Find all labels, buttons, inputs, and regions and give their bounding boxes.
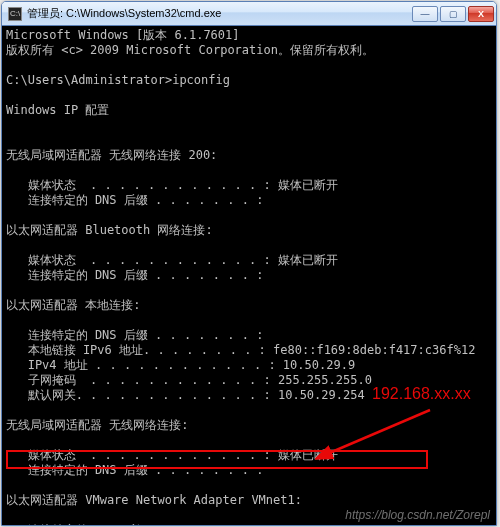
cmd-window: C:\ 管理员: C:\Windows\System32\cmd.exe — ▢… [1, 1, 497, 526]
window-buttons: — ▢ X [410, 6, 494, 22]
console-text: Microsoft Windows [版本 6.1.7601] 版权所有 <c>… [6, 28, 492, 525]
cmd-icon: C:\ [8, 7, 22, 21]
minimize-button[interactable]: — [412, 6, 438, 22]
watermark: https://blog.csdn.net/Zorepl [345, 508, 490, 523]
maximize-button[interactable]: ▢ [440, 6, 466, 22]
window-title: 管理员: C:\Windows\System32\cmd.exe [27, 6, 410, 21]
close-button[interactable]: X [468, 6, 494, 22]
console-area[interactable]: Microsoft Windows [版本 6.1.7601] 版权所有 <c>… [2, 26, 496, 525]
titlebar[interactable]: C:\ 管理员: C:\Windows\System32\cmd.exe — ▢… [2, 2, 496, 26]
